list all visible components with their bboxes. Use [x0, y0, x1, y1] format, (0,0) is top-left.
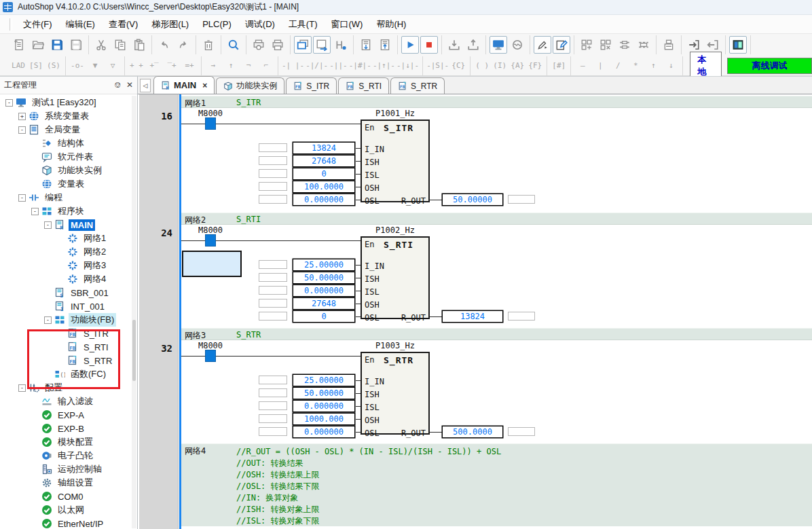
input-value-box[interactable]: 50.00000: [293, 387, 355, 399]
expand-toggle[interactable]: +: [18, 113, 26, 120]
run-button[interactable]: [401, 36, 419, 54]
tree-item-fc[interactable]: ()函数(FC): [0, 367, 137, 381]
function-block-s_rti[interactable]: EnS_RTII_INISHISLOSHOSLR_OUT: [361, 236, 430, 319]
oscilloscope-button[interactable]: [509, 36, 526, 54]
upload-button[interactable]: [464, 36, 482, 54]
tree-scrollbar-thumb[interactable]: [132, 320, 136, 381]
collapse-toggle[interactable]: -: [18, 194, 26, 202]
ladder-tool-icon[interactable]: -|↓|-: [396, 58, 419, 74]
function-block-s_rtr[interactable]: EnS_RTRI_INISHISLOSHOSLR_OUT: [361, 352, 430, 435]
export-file-button[interactable]: [376, 36, 394, 54]
operand-comment-box[interactable]: [259, 195, 287, 204]
tree-item-2[interactable]: 网络2: [0, 245, 137, 259]
ladder-tool-icon[interactable]: /: [610, 58, 626, 74]
menu-item-2[interactable]: 编辑(E): [59, 16, 102, 33]
cut-button[interactable]: [92, 36, 110, 54]
align-v-button[interactable]: [635, 36, 652, 54]
tree-item-[interactable]: 以太网: [0, 503, 137, 517]
operand-comment-box[interactable]: [259, 312, 287, 321]
tree-item-[interactable]: 运动控制轴: [0, 462, 137, 476]
tab-s_rtr[interactable]: FBS_RTR: [390, 77, 445, 94]
energized-contact[interactable]: [205, 117, 216, 130]
import-file-button[interactable]: [357, 36, 375, 54]
ladder-tool-icon[interactable]: ( ): [474, 58, 490, 74]
operand-comment-box[interactable]: [259, 182, 287, 191]
ladder-tool-icon[interactable]: ↑: [223, 58, 239, 74]
input-value-box[interactable]: 0.000000: [293, 194, 355, 206]
tree-scrollbar[interactable]: [132, 96, 136, 528]
panel-view-button[interactable]: [729, 36, 747, 54]
tree-item-s_itr[interactable]: FBS_ITR: [0, 327, 137, 340]
stop-button[interactable]: [420, 36, 438, 54]
selected-cell[interactable]: [182, 251, 242, 277]
ladder-tool-icon[interactable]: |: [592, 58, 608, 74]
undo-button[interactable]: [155, 36, 173, 54]
collapse-toggle[interactable]: -: [44, 221, 52, 229]
tree-item-[interactable]: 输入滤波: [0, 395, 137, 408]
menu-item-1[interactable]: 文件(F): [16, 16, 59, 33]
operand-comment-box[interactable]: [259, 401, 287, 410]
menu-item-7[interactable]: 工具(T): [282, 16, 325, 33]
input-value-box[interactable]: 27648: [293, 297, 355, 310]
menu-item-5[interactable]: PLC(P): [196, 16, 238, 32]
operand-comment-box[interactable]: [259, 260, 287, 269]
copy-button[interactable]: [111, 36, 129, 54]
ladder-tool-icon[interactable]: ↑: [645, 58, 661, 74]
menu-item-9[interactable]: 帮助(H): [369, 16, 413, 33]
output-value-box[interactable]: 50.00000: [442, 194, 503, 206]
operand-comment-box[interactable]: [259, 376, 287, 384]
paste-button[interactable]: [130, 36, 148, 54]
collapse-toggle[interactable]: -: [5, 99, 13, 107]
collapse-toggle[interactable]: -: [31, 208, 39, 215]
close-panel-icon[interactable]: ✕: [126, 80, 133, 90]
ladder-tool-icon[interactable]: ¬: [240, 58, 257, 74]
tree-item-int_001[interactable]: IINT_001: [0, 299, 137, 313]
convert-delete-button[interactable]: [597, 36, 614, 54]
ladder-tool-icon[interactable]: + +: [128, 58, 145, 74]
ladder-tool-icon[interactable]: [#]: [551, 58, 567, 74]
input-value-box[interactable]: 13824: [293, 142, 355, 154]
input-value-box[interactable]: 0: [293, 310, 355, 323]
ladder-tool-icon[interactable]: ‾+: [164, 58, 180, 74]
tab-[interactable]: 功能块实例: [216, 77, 284, 94]
tree-item-[interactable]: -配置: [0, 381, 137, 395]
ladder-tool-icon[interactable]: (I): [492, 58, 508, 74]
ladder-tool-icon[interactable]: ▽: [105, 58, 121, 74]
operand-comment-box[interactable]: [259, 299, 287, 308]
menu-item-4[interactable]: 梯形图(L): [145, 16, 196, 33]
output-value-box[interactable]: 500.0000: [442, 426, 503, 438]
download-button[interactable]: [445, 36, 463, 54]
tree-item-[interactable]: +系统变量表: [0, 109, 137, 123]
input-value-box[interactable]: 100.0000: [293, 181, 355, 193]
ladder-tool-icon[interactable]: -|S|-: [426, 58, 449, 74]
tree-item-[interactable]: 功能块实例: [0, 164, 137, 177]
operand-comment-box[interactable]: [259, 169, 287, 178]
run-write-button[interactable]: [534, 36, 551, 54]
ladder-tool-icon[interactable]: +‾: [146, 58, 162, 74]
pin-icon[interactable]: ⎊: [114, 80, 121, 90]
tree-item-s_rtr[interactable]: FBS_RTR: [0, 354, 137, 367]
output-value-box[interactable]: 13824: [442, 310, 503, 323]
ladder-tool-icon[interactable]: -|#|-: [349, 58, 371, 74]
monitor-button[interactable]: [490, 36, 507, 54]
delete-button[interactable]: [200, 36, 217, 54]
input-value-box[interactable]: 25.00000: [293, 259, 355, 271]
tree-item-[interactable]: -全局变量: [0, 123, 137, 136]
ladder-tool-icon[interactable]: -|/|-: [306, 58, 328, 74]
operand-comment-box[interactable]: [259, 156, 287, 165]
input-value-box[interactable]: 0.000000: [293, 426, 355, 438]
save-all-button[interactable]: [67, 36, 85, 54]
network-title-2[interactable]: 网络2S_RTI: [181, 213, 812, 225]
tree-item-com0[interactable]: COM0: [0, 490, 137, 503]
redo-button[interactable]: [174, 36, 192, 54]
output-comment-box[interactable]: [508, 195, 535, 204]
network-title-3[interactable]: 网络3S_RTR: [181, 328, 812, 340]
convert-insert-button[interactable]: [578, 36, 595, 54]
tab-close-icon[interactable]: ×: [202, 81, 207, 90]
collapse-toggle[interactable]: -: [44, 316, 52, 324]
ladder-tool-icon[interactable]: *: [627, 58, 644, 74]
tab-scroll-left-button[interactable]: ◁: [140, 79, 151, 92]
operand-comment-box[interactable]: [259, 143, 287, 152]
output-comment-box[interactable]: [508, 427, 535, 436]
tree-item-exp-a[interactable]: EXP-A: [0, 408, 137, 422]
